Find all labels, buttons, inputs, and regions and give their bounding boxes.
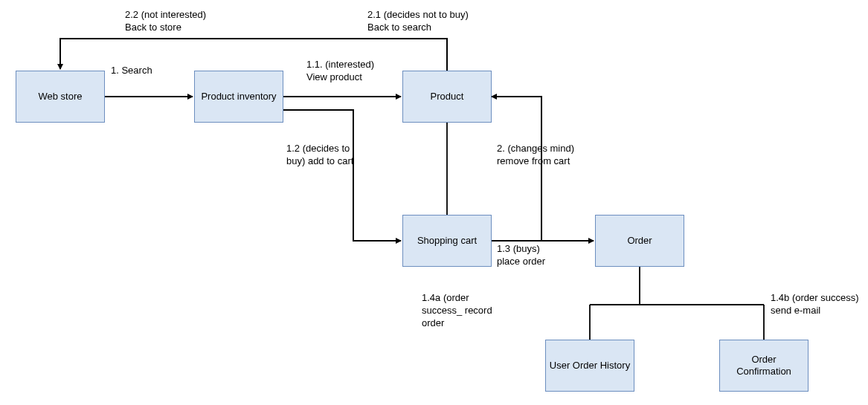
edge-add-to-cart <box>283 110 401 241</box>
edges-layer <box>0 0 868 405</box>
edge-back-to-store <box>60 39 447 71</box>
edge-remove-cart <box>492 97 541 241</box>
diagram-canvas: Web store Product inventory Product Shop… <box>0 0 868 405</box>
